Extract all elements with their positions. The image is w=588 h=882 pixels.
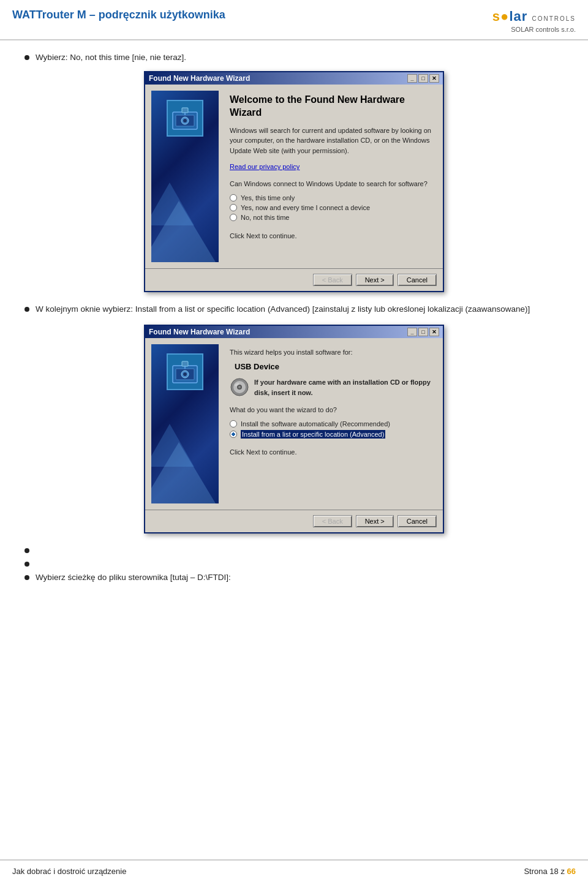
dialog-icon-panel-2 [151,344,219,503]
logo-area: s●lar CONTROLS SOLAR controls s.r.o. [492,9,576,33]
dialog-footer-1: < Back Next > Cancel [145,268,443,291]
cancel-button-1[interactable]: Cancel [398,274,437,286]
titlebar-buttons-1: _ □ ✕ [407,74,439,83]
bullet-item-3 [24,558,564,567]
bullet-dot-3 [24,562,29,567]
dialog-content-1: Welcome to the Found New Hardware Wizard… [225,91,437,262]
back-button-2[interactable]: < Back [313,515,352,527]
page-footer: Jak dobrać i dostroić urządzenie Strona … [0,859,588,882]
logo-subtitle: SOLAR controls s.r.o. [511,26,576,33]
bullet-dot-4 [24,575,29,580]
radio-circle-1-2[interactable] [230,204,237,211]
minimize-button-2[interactable]: _ [407,328,417,336]
dialog-body-2: This wizard helps you install software f… [145,338,443,510]
dialog-title-label-1: Found New Hardware Wizard [149,74,250,83]
page-header: WATTrouter M – podręcznik użytkownika s●… [0,0,588,40]
footer-right-prefix: Strona 18 z [524,867,567,876]
bullet-item-1: Wybierz: No, not this time [nie, nie ter… [24,51,564,64]
radio-label-1-1: Yes, this time only [241,194,295,202]
next-button-1[interactable]: Next > [356,274,394,286]
maximize-button-1[interactable]: □ [418,74,428,83]
svg-point-9 [183,372,187,376]
wizard-icon-1 [167,100,203,137]
footer-right-text: Strona 18 z 66 [524,867,576,876]
main-content: Wybierz: No, not this time [nie, nie ter… [0,40,588,638]
cancel-button-2[interactable]: Cancel [398,515,437,527]
dialog-window-1: Found New Hardware Wizard _ □ ✕ [144,71,444,292]
logo: s●lar CONTROLS [492,9,576,24]
document-title: WATTrouter M – podręcznik użytkownika [12,9,225,21]
dialog-main-title-1: Welcome to the Found New Hardware Wizard [230,94,434,119]
radio-option-1-3[interactable]: No, not this time [230,214,434,221]
radio-group-1: Yes, this time only Yes, now and every t… [230,194,434,221]
bullet-text-4: Wybierz ścieżkę do pliku sterownika [tut… [36,571,564,584]
maximize-button-2[interactable]: □ [418,328,428,336]
radio-option-2-1[interactable]: Install the software automatically (Reco… [230,420,434,428]
next-button-2[interactable]: Next > [356,515,394,527]
dialog-question-1: Can Windows connect to Windows Update to… [230,179,434,189]
dialog-question-2: What do you want the wizard to do? [230,405,434,415]
dialog-titlebar-1: Found New Hardware Wizard _ □ ✕ [145,72,443,85]
dialog-window-2: Found New Hardware Wizard _ □ ✕ [144,325,444,533]
bullet-dot-para [24,307,29,312]
dialog-content-2: This wizard helps you install software f… [225,344,437,503]
bullet-item-2 [24,545,564,553]
bullet-dot-1 [24,55,29,60]
svg-rect-10 [182,361,188,366]
radio-label-1-2: Yes, now and every time I connect a devi… [241,204,370,211]
radio-circle-2-1[interactable] [230,420,237,428]
dialog-titlebar-2: Found New Hardware Wizard _ □ ✕ [145,326,443,338]
logo-controls: CONTROLS [532,15,576,22]
close-button-2[interactable]: ✕ [429,328,439,336]
svg-point-3 [183,119,187,123]
bullet-item-4: Wybierz ścieżkę do pliku sterownika [tut… [24,571,564,584]
svg-rect-4 [182,108,188,113]
radio-circle-2-2[interactable] [230,431,237,438]
titlebar-buttons-2: _ □ ✕ [407,328,439,336]
dialog-body-1: Welcome to the Found New Hardware Wizard… [145,85,443,268]
privacy-link[interactable]: Read our privacy policy [230,163,300,170]
minimize-button-1[interactable]: _ [407,74,417,83]
radio-label-2-1: Install the software automatically (Reco… [241,420,390,428]
cd-icon [230,377,249,397]
cd-info-text: If your hardware came with an installati… [254,377,434,398]
radio-option-1-2[interactable]: Yes, now and every time I connect a devi… [230,204,434,211]
dialog-footer-2: < Back Next > Cancel [145,510,443,532]
footer-left-text: Jak dobrać i dostroić urządzenie [12,867,126,876]
dialog-click-text-1: Click Next to continue. [230,231,434,241]
dialog-body-text-1: Windows will search for current and upda… [230,126,434,156]
footer-page-number: 66 [567,867,576,876]
svg-point-15 [238,386,241,388]
dialog-click-text-2: Click Next to continue. [230,447,434,458]
bullet-dot-2 [24,548,29,553]
bullet-item-para: W kolejnym oknie wybierz: Install from a… [24,303,564,315]
radio-label-2-2: Install from a list or specific location… [241,430,385,439]
usb-device-text: USB Device [235,362,434,371]
close-button-1[interactable]: ✕ [429,74,439,83]
radio-circle-1-3[interactable] [230,214,237,221]
radio-option-2-2[interactable]: Install from a list or specific location… [230,430,434,439]
dialog-intro-2: This wizard helps you install software f… [230,347,434,358]
radio-label-1-3: No, not this time [241,214,289,221]
radio-circle-1-1[interactable] [230,194,237,202]
back-button-1[interactable]: < Back [313,274,352,286]
deco-shape-2 [151,201,216,262]
radio-option-1-1[interactable]: Yes, this time only [230,194,434,202]
cd-info-box: If your hardware came with an installati… [230,377,434,398]
bullet-text-para: W kolejnym oknie wybierz: Install from a… [36,303,564,315]
paragraph-1: W kolejnym oknie wybierz: Install from a… [24,303,564,315]
radio-group-2: Install the software automatically (Reco… [230,420,434,439]
dialog-title-label-2: Found New Hardware Wizard [149,328,250,336]
dialog-icon-panel-1 [151,91,219,262]
bullet-text-1: Wybierz: No, not this time [nie, nie ter… [36,51,564,64]
wizard-icon-2 [167,353,203,390]
deco-shape-4 [151,442,216,503]
logo-sol: s●lar [492,9,527,24]
